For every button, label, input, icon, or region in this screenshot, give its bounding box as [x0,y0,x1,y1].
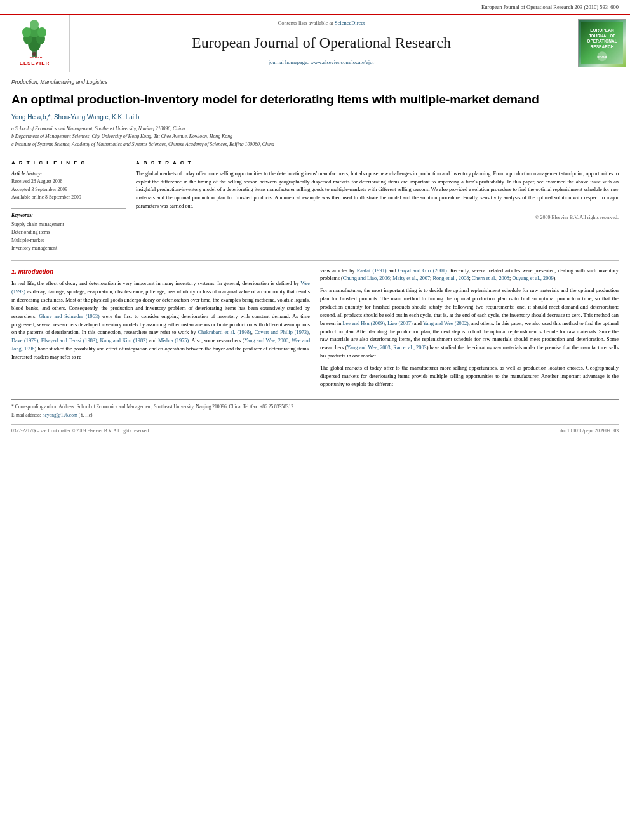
ref-elsayed1983[interactable]: Elsayed and Terasi (1983) [41,338,97,343]
elsevier-logo: ELSEVIER ELSEVIER [0,15,70,72]
svg-text:RESEARCH: RESEARCH [590,44,613,49]
svg-text:EUROPEAN: EUROPEAN [590,28,614,32]
keywords-section: Keywords: Supply chain management Deteri… [11,208,126,253]
ref-mishra1975[interactable]: Mishra (1975) [158,338,189,343]
journal-main-title: European Journal of Operational Research [192,32,451,54]
body-para-2: view articles by Raafat (1991) and Goyal… [320,267,619,284]
ref-wee1993[interactable]: Wee (1993) [11,281,310,295]
ref-covert1973[interactable]: Covert and Philip (1973) [255,330,309,335]
ref-liao2007[interactable]: Liao (2007) [387,321,413,326]
ref-yangwee2003[interactable]: Yang and Wee, 2003 [347,345,391,350]
ejor-logo-image: EUROPEAN JOURNAL OF OPERATIONAL RESEARCH… [580,22,624,64]
article-title: An optimal production-inventory model fo… [11,92,619,108]
history-label: Article history: [11,170,126,178]
sciencedirect-link[interactable]: ScienceDirect [335,20,365,26]
journal-homepage: journal homepage: www.elsevier.com/locat… [269,59,375,67]
keyword-3: Multiple-market [11,237,126,244]
email-note: E-mail address: heyong@126.com (Y. He). [11,412,619,419]
section1-title: 1. Introduction [11,267,310,277]
ref-leehsu2009[interactable]: Lee and Hsu (2009) [343,321,385,326]
ref-goyal2001[interactable]: Goyal and Giri (2001) [398,268,447,274]
ref-yangwee2002[interactable]: Yang and Wee (2002) [423,321,469,326]
keyword-2: Deteriorating items [11,229,126,236]
article-info-col: A R T I C L E I N F O Article history: R… [11,159,126,253]
affiliation-b: b Department of Management Sciences, Cit… [11,133,619,140]
svg-point-6 [37,27,46,37]
body-para-3: For a manufacturer, the most important t… [320,287,619,361]
bottom-bar: 0377-2217/$ – see front matter © 2009 El… [11,424,619,435]
affiliation-a: a School of Economics and Management, So… [11,125,619,133]
journal-title-center: Contents lists available at ScienceDirec… [70,15,573,72]
available-date: Available online 8 September 2009 [11,194,126,201]
svg-text:ELSEVIER: ELSEVIER [27,56,43,58]
elsevier-tree-icon: ELSEVIER [14,20,55,58]
article-info-heading: A R T I C L E I N F O [11,159,126,166]
svg-text:JOURNAL OF: JOURNAL OF [588,34,615,38]
ref-ouyang2009[interactable]: Ouyang et al., 2009 [512,276,553,281]
article-info-abstract: A R T I C L E I N F O Article history: R… [11,154,619,253]
copyright-line: © 2009 Elsevier B.V. All rights reserved… [136,214,619,221]
ejor-logo: EUROPEAN JOURNAL OF OPERATIONAL RESEARCH… [573,15,630,72]
ref-ghare1963[interactable]: Ghare and Schrader (1963) [39,314,100,319]
sciencedirect-line: Contents lists available at ScienceDirec… [278,20,365,27]
accepted-date: Accepted 3 September 2009 [11,186,126,194]
homepage-url[interactable]: www.elsevier.com/locate/ejor [310,59,374,65]
body-para-4: The global markets of today offer to the… [320,364,619,389]
corresponding-author-note: * Corresponding author. Address: School … [11,404,619,411]
svg-text:OPERATIONAL: OPERATIONAL [587,39,617,43]
svg-point-7 [30,20,39,30]
keyword-4: Inventory management [11,244,126,252]
journal-ref-text: European Journal of Operational Research… [481,4,619,10]
ref-dave1979[interactable]: Dave (1979) [11,338,38,343]
abstract-col: A B S T R A C T The global markets of to… [136,159,619,253]
ref-chungliao2006[interactable]: Chung and Liao, 2006 [343,276,390,281]
abstract-text: The global markets of today offer more s… [136,170,619,211]
keyword-1: Supply chain management [11,221,126,229]
ref-maity2007[interactable]: Maity et al., 2007 [392,276,430,281]
journal-reference: European Journal of Operational Research… [0,0,630,14]
page-wrapper: European Journal of Operational Research… [0,0,630,441]
ejor-logo-box: EUROPEAN JOURNAL OF OPERATIONAL RESEARCH… [578,19,626,67]
body-para-1: In real life, the effect of decay and de… [11,280,310,362]
received-date: Received 28 August 2008 [11,178,126,185]
ref-rau2003[interactable]: Rau et al., 2003 [393,345,426,350]
journal-header: ELSEVIER ELSEVIER Contents lists availab… [0,14,630,72]
ref-chern2008[interactable]: Chern et al., 2008 [472,276,509,281]
section-label: Production, Manufacturing and Logistics [11,79,619,88]
footer-notes: * Corresponding author. Address: School … [11,399,619,419]
article-area: Production, Manufacturing and Logistics … [0,72,630,441]
email-address[interactable]: heyong@126.com [43,412,77,418]
keywords-list: Supply chain management Deteriorating it… [11,221,126,253]
ref-kang1983[interactable]: Kang and Kim (1983) [100,338,147,343]
ref-raafat1991[interactable]: Raafat (1991) [357,268,387,274]
authors-line: Yong He a,b,*, Shou-Yang Wang c, K.K. La… [11,113,619,122]
corresponding-author-detail: School of Economics and Management, Sout… [77,404,295,410]
svg-point-5 [22,27,31,37]
body-col-right: view articles by Raafat (1991) and Goyal… [320,267,619,393]
body-text: 1. Introduction In real life, the effect… [11,267,619,393]
body-col-left: 1. Introduction In real life, the effect… [11,267,310,393]
ref-chakrabarti1998[interactable]: Chakrabarti et al. (1998) [198,330,251,335]
ref-rong2008[interactable]: Rong et al., 2008 [432,276,469,281]
ref-yangwee2000[interactable]: Yang and Wee, 2000 [244,338,288,343]
affiliations: a School of Economics and Management, So… [11,125,619,149]
svg-text:EJOR: EJOR [597,55,607,59]
affiliation-c: c Institute of Systems Science, Academy … [11,141,619,149]
article-history: Article history: Received 28 August 2008… [11,170,126,202]
abstract-heading: A B S T R A C T [136,159,619,166]
issn-line: 0377-2217/$ – see front matter © 2009 El… [11,428,150,435]
doi-line: doi:10.1016/j.ejor.2009.09.003 [560,428,619,435]
elsevier-brand-text: ELSEVIER [20,60,50,67]
keywords-title: Keywords: [11,212,126,219]
section-divider [11,260,619,261]
